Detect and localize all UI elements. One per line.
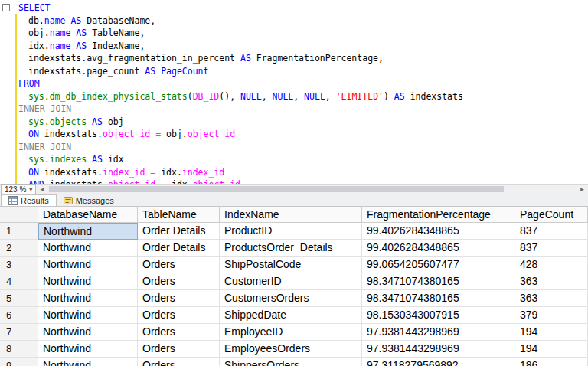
table-row: 6NorthwindOrdersShippedDate98.1530343007…: [0, 307, 588, 324]
grid-cell[interactable]: 98.1530343007915: [362, 307, 515, 324]
tab-results[interactable]: Results: [1, 194, 57, 206]
grid-cell[interactable]: 98.3471074380165: [362, 290, 515, 307]
grid-cell[interactable]: Northwind: [38, 257, 138, 273]
grid-cell[interactable]: Orders: [138, 307, 220, 324]
tab-results-label: Results: [21, 196, 49, 205]
grid-cell[interactable]: 186: [515, 358, 588, 366]
code-line: sys.indexes AS idx: [18, 153, 588, 166]
grid-cell[interactable]: 837: [515, 240, 588, 257]
code-line: ON indexstats.index_id = idx.index_id: [18, 166, 588, 179]
tab-messages[interactable]: Messages: [57, 194, 121, 206]
table-row: 1NorthwindOrder DetailsProductID99.40262…: [0, 223, 588, 240]
code-line: sys.objects AS obj: [18, 116, 588, 129]
grid-cell[interactable]: 97.3118279569892: [362, 358, 515, 366]
grid-cell[interactable]: Orders: [138, 324, 220, 341]
zoom-level-label: 123 %: [5, 185, 26, 194]
sql-editor[interactable]: − SELECTdb.name AS DatabaseName,obj.name…: [0, 0, 588, 184]
grid-cell[interactable]: 379: [515, 307, 588, 324]
code-line: INNER JOIN: [18, 103, 588, 116]
table-row: 5NorthwindOrdersCustomersOrders98.347107…: [0, 290, 588, 307]
results-grid: DatabaseNameTableNameIndexNameFragmentat…: [0, 207, 588, 366]
row-number[interactable]: 9: [0, 358, 38, 366]
tab-messages-label: Messages: [76, 196, 114, 205]
grid-cell[interactable]: 837: [515, 223, 588, 240]
grid-cell[interactable]: 98.3471074380165: [362, 273, 515, 290]
grid-cell[interactable]: Northwind: [38, 341, 138, 358]
messages-icon: [64, 196, 73, 205]
grid-cell[interactable]: CustomerID: [220, 273, 362, 290]
grid-cell[interactable]: ShipPostalCode: [220, 257, 362, 273]
grid-cell[interactable]: ProductID: [220, 223, 362, 240]
column-header-FragmentationPercentage[interactable]: FragmentationPercentage: [362, 207, 515, 223]
code-line: SELECT: [18, 2, 588, 15]
grid-cell[interactable]: Orders: [138, 358, 220, 366]
code-line: sys.dm_db_index_physical_stats(DB_ID(), …: [18, 90, 588, 103]
grid-corner-cell[interactable]: [0, 207, 38, 223]
table-row: 4NorthwindOrdersCustomerID98.34710743801…: [0, 273, 588, 290]
grid-cell[interactable]: Northwind: [38, 358, 138, 366]
table-row: 8NorthwindOrdersEmployeesOrders97.938144…: [0, 341, 588, 358]
column-header-DatabaseName[interactable]: DatabaseName: [38, 207, 138, 223]
grid-cell[interactable]: Northwind: [38, 273, 138, 290]
column-header-IndexName[interactable]: IndexName: [220, 207, 362, 223]
code-line: indexstats.page_count AS PageCount: [18, 65, 588, 78]
grid-cell[interactable]: Northwind: [38, 324, 138, 341]
row-number[interactable]: 1: [0, 223, 38, 240]
row-number[interactable]: 3: [0, 257, 38, 273]
grid-cell[interactable]: Northwind: [38, 290, 138, 307]
grid-cell[interactable]: 363: [515, 290, 588, 307]
grid-cell[interactable]: Order Details: [138, 240, 220, 257]
row-number[interactable]: 7: [0, 324, 38, 341]
column-header-PageCount[interactable]: PageCount: [515, 207, 588, 223]
grid-cell[interactable]: CustomersOrders: [220, 290, 362, 307]
grid-cell[interactable]: 194: [515, 341, 588, 358]
grid-cell[interactable]: ProductsOrder_Details: [220, 240, 362, 257]
code-line: indexstats.avg_fragmentation_in_percent …: [18, 52, 588, 65]
column-header-TableName[interactable]: TableName: [138, 207, 220, 223]
table-row: 9NorthwindOrdersShippersOrders97.3118279…: [0, 358, 588, 366]
code-line: ON indexstats.object_id = obj.object_id: [18, 128, 588, 141]
code-line: idx.name AS IndexName,: [18, 40, 588, 53]
code-line: FROM: [18, 77, 588, 90]
grid-cell[interactable]: Orders: [138, 257, 220, 273]
grid-header: DatabaseNameTableNameIndexNameFragmentat…: [0, 207, 588, 223]
grid-cell[interactable]: Orders: [138, 290, 220, 307]
results-grid-icon: [8, 196, 18, 205]
horizontal-scrollbar-thumb[interactable]: [49, 186, 504, 192]
table-row: 7NorthwindOrdersEmployeeID97.93814432989…: [0, 324, 588, 341]
grid-cell[interactable]: 363: [515, 273, 588, 290]
horizontal-scrollbar-track[interactable]: [47, 185, 577, 194]
row-number[interactable]: 6: [0, 307, 38, 324]
grid-cell[interactable]: Orders: [138, 273, 220, 290]
editor-horizontal-scrollbar: 123 % ▾ ◄ ►: [0, 184, 588, 194]
grid-cell[interactable]: 97.9381443298969: [362, 324, 515, 341]
zoom-selector[interactable]: 123 % ▾: [1, 184, 36, 194]
grid-cell[interactable]: Northwind: [38, 240, 138, 257]
grid-cell[interactable]: EmployeesOrders: [220, 341, 362, 358]
grid-cell[interactable]: ShippedDate: [220, 307, 362, 324]
grid-cell[interactable]: Northwind: [38, 307, 138, 324]
grid-cell[interactable]: 99.0654205607477: [362, 257, 515, 273]
grid-cell[interactable]: EmployeeID: [220, 324, 362, 341]
fold-collapse-icon[interactable]: −: [2, 4, 10, 11]
row-number[interactable]: 4: [0, 273, 38, 290]
grid-cell[interactable]: 99.4026284348865: [362, 223, 515, 240]
grid-cell[interactable]: ShippersOrders: [220, 358, 362, 366]
grid-cell[interactable]: 194: [515, 324, 588, 341]
grid-cell[interactable]: 99.4026284348865: [362, 240, 515, 257]
table-row: 2NorthwindOrder DetailsProductsOrder_Det…: [0, 240, 588, 257]
code-line: INNER JOIN: [18, 141, 588, 154]
row-number[interactable]: 5: [0, 290, 38, 307]
grid-cell[interactable]: Order Details: [138, 223, 220, 240]
grid-cell[interactable]: 428: [515, 257, 588, 273]
chevron-down-icon: ▾: [29, 186, 32, 193]
scroll-left-arrow[interactable]: ◄: [36, 186, 47, 193]
grid-cell[interactable]: Orders: [138, 341, 220, 358]
results-pane-tab-strip: Results Messages: [0, 194, 588, 207]
table-row: 3NorthwindOrdersShipPostalCode99.0654205…: [0, 257, 588, 273]
row-number[interactable]: 8: [0, 341, 38, 358]
row-number[interactable]: 2: [0, 240, 38, 257]
scroll-right-arrow[interactable]: ►: [577, 186, 588, 193]
grid-cell[interactable]: 97.9381443298969: [362, 341, 515, 358]
grid-cell[interactable]: Northwind: [38, 223, 138, 240]
